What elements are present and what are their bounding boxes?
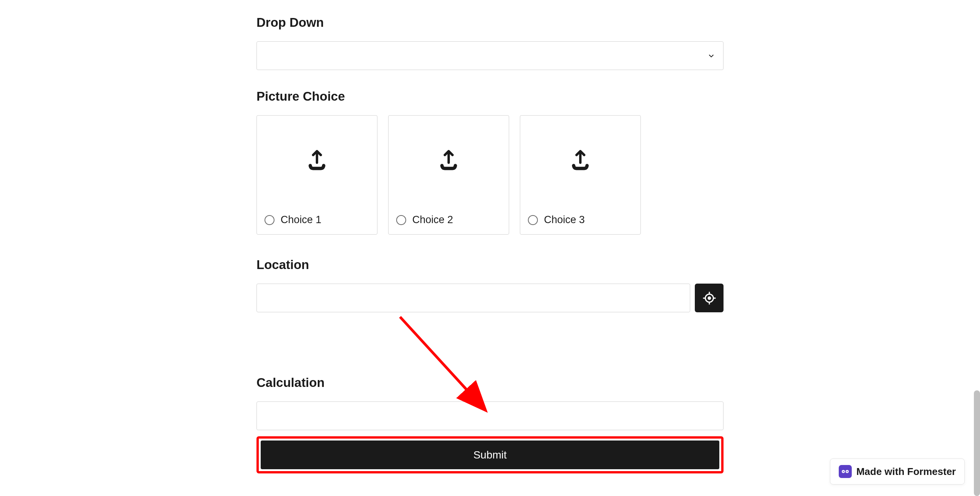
svg-point-10: [843, 471, 844, 472]
upload-area-1[interactable]: [257, 116, 377, 206]
location-input[interactable]: [256, 284, 690, 312]
picture-choice-card-2[interactable]: Choice 2: [388, 115, 509, 235]
picture-choice-group: Choice 1 Choice 2: [256, 115, 724, 235]
location-row: [256, 284, 724, 312]
locate-button[interactable]: [695, 284, 724, 312]
formester-badge-text: Made with Formester: [856, 466, 956, 478]
picture-choice-card-3[interactable]: Choice 3: [520, 115, 641, 235]
choice-label-2: Choice 2: [412, 214, 453, 226]
choice-row-3[interactable]: Choice 3: [520, 206, 640, 234]
choice-row-2[interactable]: Choice 2: [389, 206, 509, 234]
location-label: Location: [256, 258, 724, 272]
svg-point-1: [708, 297, 710, 299]
form-container: Drop Down Picture Choice Choice 1: [256, 0, 724, 473]
picture-choice-card-1[interactable]: Choice 1: [256, 115, 377, 235]
dropdown-select[interactable]: [256, 41, 724, 70]
calculation-label: Calculation: [256, 375, 724, 390]
submit-highlight: Submit: [256, 436, 724, 473]
submit-button[interactable]: Submit: [261, 441, 719, 469]
choice-row-1[interactable]: Choice 1: [257, 206, 377, 234]
formester-logo-icon: [839, 465, 852, 478]
svg-point-11: [846, 471, 848, 472]
picture-choice-label: Picture Choice: [256, 89, 724, 104]
calculation-input[interactable]: [256, 401, 724, 430]
dropdown-label: Drop Down: [256, 15, 724, 30]
upload-icon: [569, 149, 592, 172]
choice-label-3: Choice 3: [544, 214, 585, 226]
upload-area-3[interactable]: [520, 116, 640, 206]
radio-1[interactable]: [265, 215, 274, 225]
upload-area-2[interactable]: [389, 116, 509, 206]
formester-badge[interactable]: Made with Formester: [830, 458, 965, 485]
radio-3[interactable]: [528, 215, 538, 225]
upload-icon: [305, 149, 328, 172]
choice-label-1: Choice 1: [281, 214, 322, 226]
chevron-down-icon: [707, 52, 715, 60]
scrollbar-thumb[interactable]: [974, 390, 980, 496]
upload-icon: [437, 149, 460, 172]
radio-2[interactable]: [396, 215, 406, 225]
crosshair-icon: [702, 291, 716, 305]
